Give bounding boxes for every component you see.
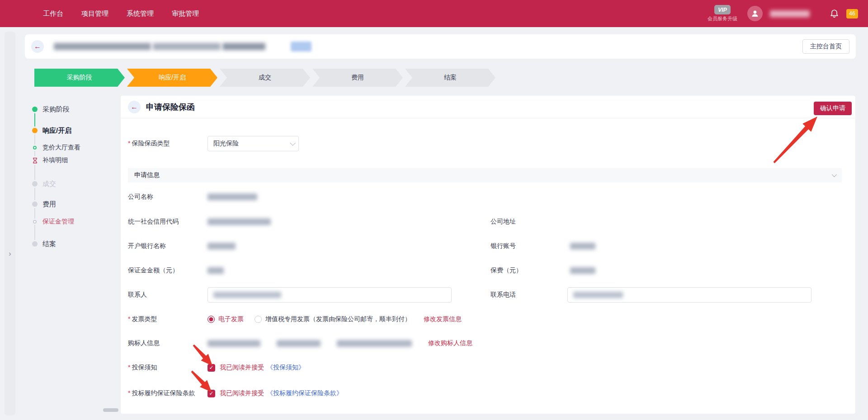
apply-insurance-guarantee-card: ← 申请保险保函 确认申请 *保险保函类型 阳光保险 申请信息 公司名称 统一社…: [121, 96, 855, 414]
insurance-notice-label: *投保须知: [128, 364, 157, 372]
deposit-amount-label: 保证金金额（元）: [128, 266, 179, 275]
terms-agree-text: 我已阅读并接受: [220, 389, 264, 397]
vip-upgrade[interactable]: VIP 会员服务升级: [708, 5, 737, 22]
insurance-type-select[interactable]: 阳光保险: [208, 136, 299, 151]
application-info-section-header[interactable]: 申请信息: [128, 168, 842, 182]
terms-checkbox-checked[interactable]: ✓: [208, 390, 215, 397]
buyer-info-label: 购标人信息: [128, 339, 160, 347]
notice-agree-text: 我已阅读并接受: [220, 364, 264, 372]
radio-vat-invoice[interactable]: [255, 316, 262, 323]
company-name-redacted: [208, 194, 257, 201]
bank-account-redacted: [570, 243, 595, 250]
menu-item-system-management[interactable]: 系统管理: [127, 9, 154, 18]
green-dot-icon: [27, 107, 42, 112]
sidebar-item-deal[interactable]: 成交: [27, 179, 56, 189]
chevron-down-icon: [290, 140, 296, 146]
contact-label: 联系人: [128, 291, 147, 299]
section-title: 申请信息: [134, 171, 160, 179]
vip-caption: 会员服务升级: [708, 15, 737, 22]
sidebar-item-procurement-phase[interactable]: 采购阶段: [27, 104, 70, 114]
performance-terms-row: *投标履约保证保险条款 ✓ 我已阅读并接受 《投标履约保证保险条款》: [128, 386, 842, 401]
contact-phone-label: 联系电话: [491, 291, 516, 299]
sidebar-item-deposit-management[interactable]: 保证金管理: [27, 217, 74, 227]
edit-buyer-info-link[interactable]: 修改购标人信息: [428, 339, 472, 347]
contact-input[interactable]: [208, 287, 452, 303]
step-response-open[interactable]: 响应/开启: [127, 69, 217, 87]
notice-checkbox-checked[interactable]: ✓: [208, 364, 215, 372]
screen: 工作台 项目管理 系统管理 审批管理 VIP 会员服务升级 46 › ←: [0, 0, 868, 420]
redacted-text-block: [54, 43, 151, 50]
required-asterisk: *: [128, 364, 130, 371]
vat-invoice-option-label: 增值税专用发票（发票由保险公司邮寄，顺丰到付）: [265, 315, 411, 323]
menu-item-workbench[interactable]: 工作台: [43, 9, 63, 18]
premium-label: 保费（元）: [491, 266, 522, 275]
user-avatar[interactable]: [747, 6, 763, 21]
step-procurement-phase[interactable]: 采购阶段: [34, 69, 125, 87]
card-header: ← 申请保险保函 确认申请: [121, 96, 855, 118]
horizontal-scrollbar-thumb[interactable]: [103, 408, 118, 412]
bank-name-label: 开户银行名称: [128, 242, 166, 250]
bank-name-row: 开户银行名称 银行账号: [128, 238, 842, 254]
buyer-info-redacted: [277, 340, 321, 347]
credit-code-redacted: [208, 219, 271, 225]
menu-item-project-management[interactable]: 项目管理: [81, 9, 108, 18]
main-menu: 工作台 项目管理 系统管理 审批管理: [43, 9, 199, 18]
bank-name-redacted: [208, 243, 236, 250]
collapsed-panel-rail: ›: [5, 32, 15, 415]
notification-bell[interactable]: [830, 9, 839, 19]
insurance-type-label: *保险保函类型: [128, 140, 170, 148]
performance-terms-label: *投标履约保证保险条款: [128, 389, 195, 397]
company-address-label: 公司地址: [491, 218, 516, 226]
required-asterisk: *: [128, 140, 130, 147]
insurance-notice-row: *投保须知 ✓ 我已阅读并接受 《投保须知》: [128, 360, 842, 375]
gray-dot-icon: [27, 181, 42, 187]
credit-code-row: 统一社会信用代码 公司地址: [128, 214, 842, 229]
console-home-button[interactable]: 主控台首页: [802, 39, 849, 54]
sidebar-item-response-open[interactable]: 响应/开启: [27, 126, 71, 135]
buyer-info-redacted: [208, 340, 260, 347]
sidebar-item-fees[interactable]: 费用: [27, 199, 56, 209]
radio-electronic-invoice[interactable]: [208, 316, 215, 323]
vip-icon: VIP: [714, 5, 731, 14]
invoice-type-label: *发票类型: [128, 315, 157, 323]
invoice-type-row: *发票类型 电子发票 增值税专用发票（发票由保险公司邮寄，顺丰到付） 修改发票信…: [128, 312, 842, 327]
project-title-redacted: [54, 43, 265, 50]
green-ring-icon: [27, 146, 42, 149]
buyer-info-row: 购标人信息 修改购标人信息: [128, 336, 842, 351]
back-button[interactable]: ←: [31, 40, 44, 53]
hourglass-icon: [27, 157, 42, 164]
required-asterisk: *: [128, 389, 130, 397]
electronic-invoice-option-label: 电子发票: [218, 315, 244, 323]
deposit-amount-row: 保证金金额（元） 保费（元）: [128, 263, 842, 278]
bell-icon: [830, 9, 839, 19]
company-name-row: 公司名称: [128, 189, 842, 205]
gray-dot-icon: [27, 201, 42, 207]
premium-redacted: [570, 267, 595, 274]
performance-terms-link[interactable]: 《投标履约保证保险条款》: [267, 389, 343, 397]
expand-panel-button[interactable]: ›: [6, 248, 14, 259]
sidebar-item-bidding-hall[interactable]: 竞价大厅查看: [27, 143, 80, 153]
status-badge-redacted: [291, 42, 311, 51]
confirm-apply-button[interactable]: 确认申请: [814, 102, 852, 115]
insurance-type-row: *保险保函类型 阳光保险: [128, 136, 842, 151]
step-deal[interactable]: 成交: [220, 69, 310, 87]
project-header-card: ← 主控台首页: [25, 34, 856, 59]
back-arrow-icon: ←: [34, 42, 41, 51]
select-value: 阳光保险: [213, 140, 239, 148]
sidebar-item-closing[interactable]: 结案: [27, 239, 56, 249]
insurance-notice-link[interactable]: 《投保须知》: [267, 364, 305, 372]
page-title: 申请保险保函: [146, 102, 195, 112]
contact-row: 联系人 联系电话: [128, 287, 842, 303]
redacted-text-block: [222, 43, 265, 50]
credit-code-label: 统一社会信用代码: [128, 218, 179, 226]
sidebar-item-fill-details[interactable]: 补填明细: [27, 155, 68, 165]
step-closing[interactable]: 结案: [405, 69, 495, 87]
contact-phone-input[interactable]: [567, 287, 811, 303]
person-icon: [751, 9, 759, 18]
phone-value-redacted: [573, 292, 623, 298]
edit-invoice-info-link[interactable]: 修改发票信息: [424, 315, 462, 323]
step-fees[interactable]: 费用: [312, 69, 403, 87]
company-name-label: 公司名称: [128, 193, 153, 201]
menu-item-approval-management[interactable]: 审批管理: [172, 9, 199, 18]
form-back-button[interactable]: ←: [128, 101, 141, 113]
